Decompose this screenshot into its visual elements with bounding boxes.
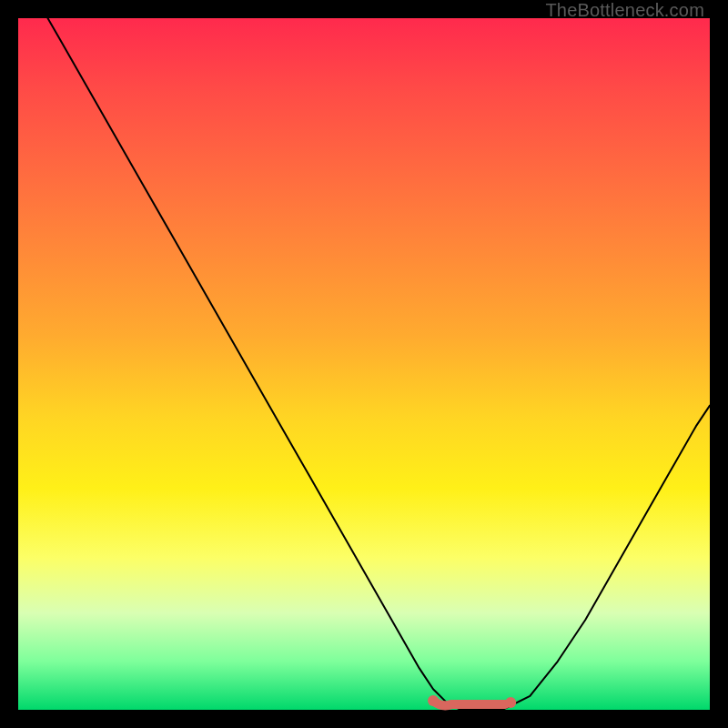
bottleneck-curve — [32, 0, 710, 710]
plot-area — [18, 18, 710, 710]
curve-svg — [18, 18, 710, 710]
valley-dot-left — [428, 695, 439, 706]
valley-dot-right — [505, 697, 516, 708]
valley-marker — [433, 701, 505, 705]
chart-frame: TheBottleneck.com — [0, 0, 728, 728]
